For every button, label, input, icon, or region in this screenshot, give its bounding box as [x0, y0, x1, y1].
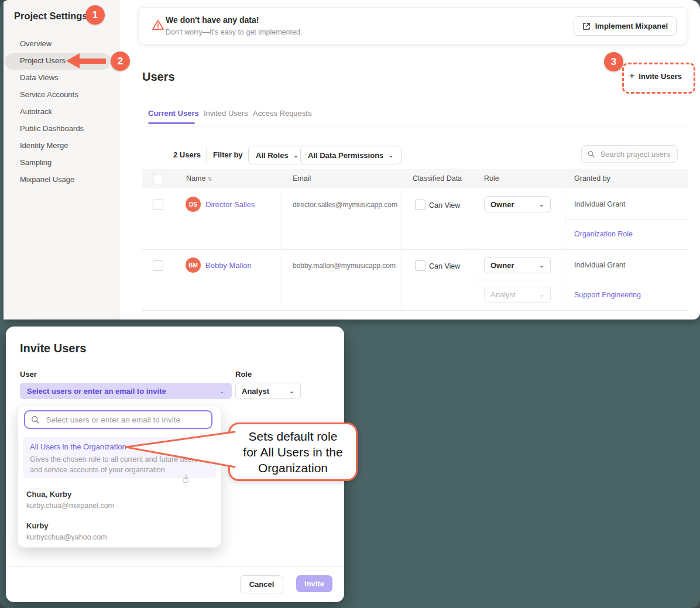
warning-icon	[151, 18, 165, 32]
chevron-down-icon: ⌄	[388, 152, 393, 159]
sort-icon[interactable]: ⇅	[208, 176, 212, 182]
chevron-down-icon: ⌄	[219, 388, 225, 394]
annotation-arrow-shaft	[79, 59, 106, 64]
user-search-input[interactable]	[45, 415, 205, 425]
permissions-filter-dropdown[interactable]: All Data Permissions ⌄	[300, 146, 402, 164]
sidebar-item-mixpanel-usage[interactable]: Mixpanel Usage	[20, 174, 74, 185]
sidebar-item-project-users[interactable]: Project Users	[20, 56, 66, 66]
search-icon	[31, 415, 40, 424]
option-all-users-title: All Users in the Organization	[30, 442, 126, 451]
row-checkbox[interactable]	[153, 200, 163, 210]
callout-tail	[120, 424, 237, 477]
filter-divider	[206, 147, 207, 162]
table-header-row: Name ⇅ Email Classified Data Role Grante…	[142, 169, 688, 188]
granted-divider	[472, 280, 688, 280]
role-field-label: Role	[235, 370, 252, 379]
col-header-role: Role	[484, 174, 499, 183]
permissions-filter-label: All Data Permissions	[308, 151, 383, 160]
page-title: Project Settings	[14, 11, 88, 22]
chevron-down-icon: ⌄	[293, 152, 298, 159]
modal-footer-divider	[6, 566, 344, 567]
role-select[interactable]: Owner⌄	[484, 257, 551, 273]
user-count: 2 Users	[173, 150, 201, 159]
sidebar-item-public-dashboards[interactable]: Public Dashboards	[20, 123, 84, 134]
user-select-value: Select users or enter an email to invite	[27, 387, 166, 396]
col-header-granted-by: Granted by	[574, 174, 610, 183]
option-user-email: kurby.chua@mixpanel.com	[26, 501, 114, 510]
granted-by-link[interactable]: Organization Role	[574, 230, 633, 238]
search-project-users[interactable]	[581, 145, 678, 163]
option-user-name[interactable]: Chua, Kurby	[26, 490, 71, 499]
user-name-link[interactable]: Bobby Mallon	[205, 261, 252, 270]
chevron-down-icon: ⌄	[539, 201, 544, 208]
sidebar-item-data-views[interactable]: Data Views	[20, 73, 59, 83]
table-bottom-border	[142, 310, 688, 311]
sidebar-item-service-accounts[interactable]: Service Accounts	[20, 90, 78, 100]
annotation-badge-1: 1	[85, 5, 105, 25]
callout-line: Organization	[258, 460, 328, 476]
select-all-checkbox[interactable]	[153, 174, 163, 184]
can-view-label: Can View	[429, 262, 460, 270]
user-select-trigger[interactable]: Select users or enter an email to invite…	[20, 383, 232, 399]
invite-users-button[interactable]: + Invite Users	[629, 71, 682, 81]
implement-mixpanel-button[interactable]: Implement Mixpanel	[574, 16, 677, 36]
banner-title: We don't have any data!	[166, 15, 259, 25]
row-checkbox[interactable]	[153, 260, 163, 271]
sidebar-item-sampling[interactable]: Sampling	[20, 157, 52, 168]
user-email: director.salles@mymusicapp.com	[293, 201, 397, 209]
roles-filter-label: All Roles	[256, 151, 289, 160]
cancel-button[interactable]: Cancel	[240, 575, 283, 593]
granted-by-value: Individual Grant	[574, 200, 626, 208]
role-select-disabled: Analyst⌄	[484, 287, 551, 303]
granted-by-link[interactable]: Support Engineering	[574, 291, 641, 299]
no-data-banner: We don't have any data! Don't worry—it's…	[138, 7, 687, 44]
col-header-email: Email	[293, 174, 311, 183]
user-field-label: User	[20, 370, 37, 379]
row-divider	[142, 249, 688, 250]
user-email: bobby.mallon@mymusicapp.com	[293, 262, 396, 270]
can-view-checkbox[interactable]	[415, 260, 426, 271]
annotation-arrow-icon	[66, 53, 80, 68]
invite-users-label: Invite Users	[639, 72, 682, 81]
active-tab-underline	[148, 122, 195, 124]
granted-divider	[565, 219, 688, 220]
search-project-users-input[interactable]	[599, 149, 671, 159]
sidebar-item-identity-merge[interactable]: Identity Merge	[20, 140, 68, 151]
tabs-divider	[142, 126, 688, 126]
tab-access-requests[interactable]: Access Requests	[253, 109, 311, 118]
chevron-down-icon: ⌄	[289, 388, 294, 394]
modal-title: Invite Users	[20, 342, 86, 355]
invite-button[interactable]: Invite	[296, 575, 332, 592]
app-frame: Project Settings Overview Project Users …	[0, 0, 700, 608]
annotation-badge-3: 3	[604, 52, 623, 71]
can-view-label: Can View	[429, 201, 460, 209]
callout-line: for All Users in the	[243, 444, 342, 460]
annotation-callout: Sets default role for All Users in the O…	[228, 422, 358, 481]
user-name-link[interactable]: Director Salles	[205, 200, 255, 209]
option-user-email: kurbycchua@yahoo.com	[26, 533, 107, 541]
col-header-classified: Classified Data	[413, 174, 462, 183]
external-link-icon	[582, 22, 591, 30]
implement-mixpanel-label: Implement Mixpanel	[595, 22, 668, 30]
filter-by-label: Filter by	[213, 150, 243, 159]
can-view-checkbox[interactable]	[415, 200, 426, 210]
sidebar-item-overview[interactable]: Overview	[20, 39, 52, 49]
option-user-name[interactable]: Kurby	[26, 521, 49, 530]
chevron-down-icon: ⌄	[539, 291, 544, 298]
chevron-down-icon: ⌄	[539, 262, 544, 269]
sidebar-item-autotrack[interactable]: Autotrack	[20, 107, 52, 117]
plus-icon: +	[629, 71, 634, 81]
users-heading: Users	[142, 70, 175, 84]
banner-subtitle: Don't worry—it's easy to get implemented…	[166, 28, 302, 36]
tab-invited-users[interactable]: Invited Users	[204, 109, 248, 118]
search-icon	[588, 150, 595, 158]
callout-line: Sets default role	[249, 428, 338, 444]
granted-by-value: Individual Grant	[574, 261, 626, 269]
tab-current-users[interactable]: Current Users	[148, 109, 199, 118]
sidebar: Project Settings Overview Project Users …	[4, 0, 120, 320]
avatar: DS	[186, 197, 201, 212]
role-select[interactable]: Owner⌄	[484, 196, 551, 212]
roles-filter-dropdown[interactable]: All Roles ⌄	[248, 146, 306, 164]
role-select[interactable]: Analyst⌄	[235, 383, 301, 399]
annotation-badge-2: 2	[111, 51, 130, 71]
